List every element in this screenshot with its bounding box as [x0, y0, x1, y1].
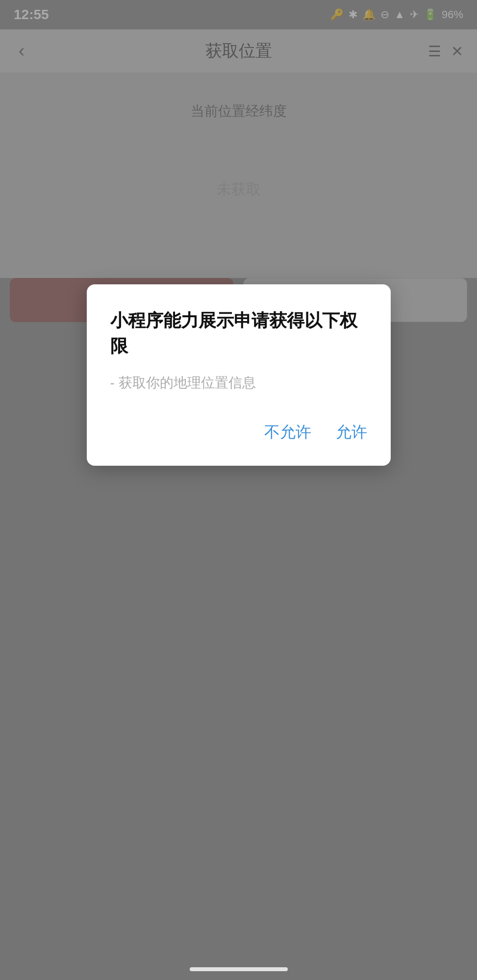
dialog-description: - 获取你的地理位置信息 [110, 373, 367, 393]
allow-button[interactable]: 允许 [336, 417, 367, 448]
deny-button[interactable]: 不允许 [264, 417, 311, 448]
dialog-overlay [0, 0, 477, 980]
home-indicator [190, 967, 288, 971]
dialog-title: 小程序能力展示申请获得以下权限 [110, 308, 367, 359]
dialog-actions: 不允许 允许 [110, 417, 367, 448]
permission-dialog: 小程序能力展示申请获得以下权限 - 获取你的地理位置信息 不允许 允许 [87, 284, 391, 466]
